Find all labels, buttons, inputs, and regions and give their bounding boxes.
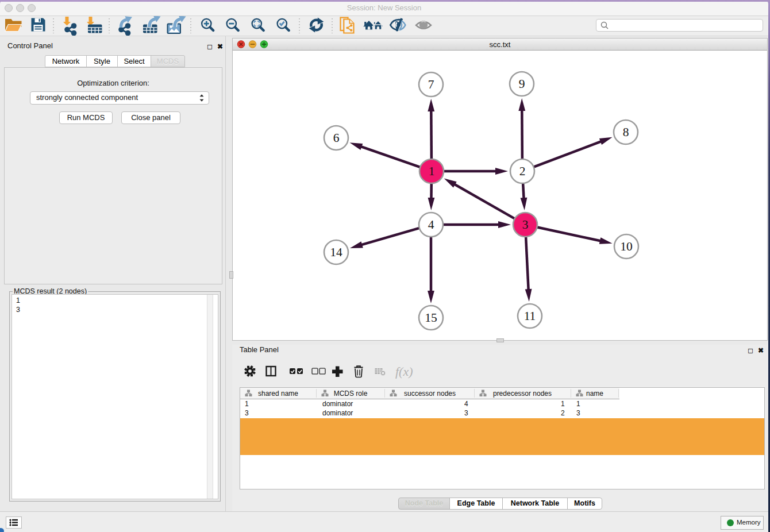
svg-text:shared name: shared name	[258, 390, 298, 398]
svg-text:3: 3	[522, 218, 529, 232]
svg-text:8: 8	[623, 125, 629, 139]
svg-text:predecessor nodes: predecessor nodes	[493, 390, 552, 398]
svg-text:14: 14	[330, 245, 342, 259]
svg-text:9: 9	[519, 77, 525, 91]
svg-text:7: 7	[428, 78, 434, 91]
svg-text:4: 4	[428, 218, 434, 232]
svg-text:1: 1	[429, 164, 435, 178]
svg-text:name: name	[586, 390, 603, 398]
svg-text:11: 11	[524, 309, 536, 323]
svg-text:10: 10	[620, 240, 633, 253]
svg-text:6: 6	[333, 131, 340, 145]
svg-text:15: 15	[425, 311, 437, 325]
svg-text:2: 2	[519, 164, 526, 178]
svg-text:successor nodes: successor nodes	[404, 390, 456, 398]
svg-text:f(x): f(x)	[395, 364, 413, 379]
svg-text:MCDS role: MCDS role	[334, 390, 368, 398]
